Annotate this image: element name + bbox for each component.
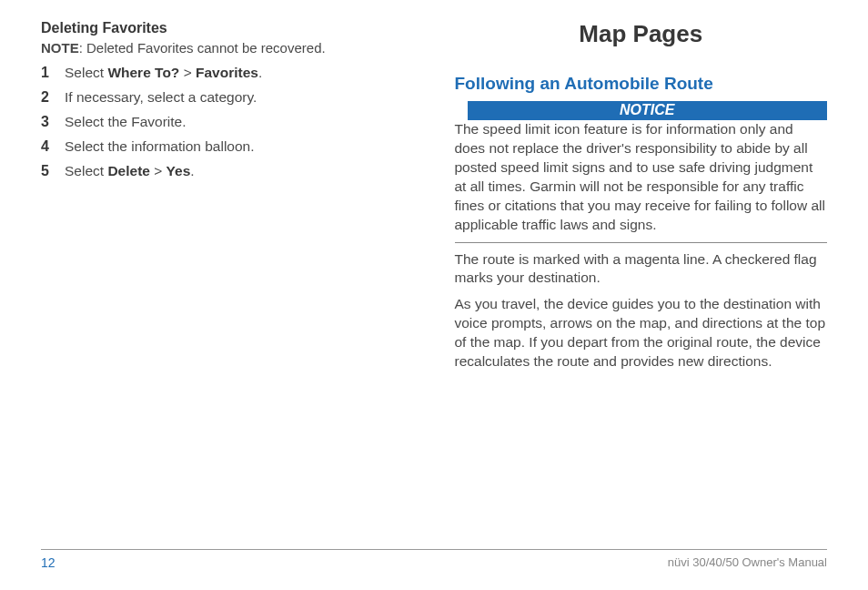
subsection-heading: Deleting Favorites (41, 20, 414, 36)
chapter-heading: Map Pages (455, 20, 828, 48)
manual-title: nüvi 30/40/50 Owner's Manual (668, 555, 827, 570)
left-column: Deleting Favorites NOTE: Deleted Favorit… (41, 18, 414, 524)
note-text: : Deleted Favorites cannot be recovered. (79, 40, 326, 56)
page-content: Deleting Favorites NOTE: Deleted Favorit… (41, 18, 827, 524)
notice-body: The speed limit icon feature is for info… (455, 120, 828, 243)
step-4: Select the information balloon. (41, 138, 414, 155)
note-line: NOTE: Deleted Favorites cannot be recove… (41, 40, 414, 56)
paragraph-2: As you travel, the device guides you to … (455, 295, 828, 371)
notice-bar: NOTICE (468, 101, 828, 120)
right-column: Map Pages Following an Automobile Route … (455, 18, 828, 524)
step-5: Select Delete > Yes. (41, 163, 414, 179)
step-2: If necessary, select a category. (41, 89, 414, 106)
page-footer: 12 nüvi 30/40/50 Owner's Manual (41, 549, 827, 570)
note-label: NOTE (41, 40, 79, 56)
page-number: 12 (41, 555, 56, 570)
step-3: Select the Favorite. (41, 114, 414, 130)
section-heading: Following an Automobile Route (455, 74, 828, 94)
step-1: Select Where To? > Favorites. (41, 65, 414, 81)
paragraph-1: The route is marked with a magenta line.… (455, 250, 828, 289)
steps-list: Select Where To? > Favorites. If necessa… (41, 65, 414, 179)
